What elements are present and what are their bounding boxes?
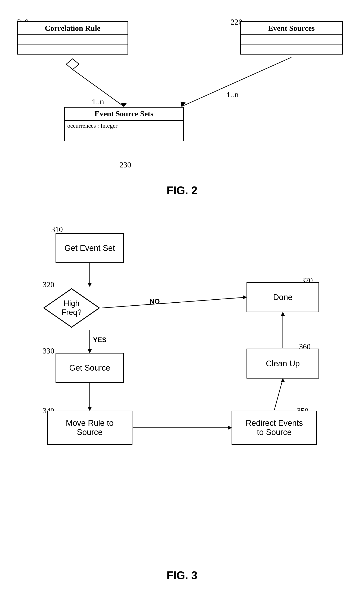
ref-310: 310 <box>51 225 63 234</box>
fig3-connections: YES NO <box>0 214 364 588</box>
ref-230: 230 <box>120 160 131 169</box>
svg-marker-0 <box>44 289 99 327</box>
event-sources-row1 <box>241 35 342 44</box>
clean-up-box: Clean Up <box>247 349 319 379</box>
no-label: NO <box>150 298 160 305</box>
move-rule-label: Move Rule toSource <box>66 419 114 437</box>
get-source-box: Get Source <box>55 353 124 383</box>
redirect-events-box: Redirect Eventsto Source <box>232 411 317 445</box>
diamond-indicator <box>66 59 79 69</box>
correlation-rule-box: Correlation Rule <box>17 21 128 55</box>
high-freq-diamond: HighFreq? <box>42 287 102 329</box>
svg-line-11 <box>274 379 283 410</box>
event-sources-row2 <box>241 44 342 54</box>
fig3-section: 310 320 330 340 350 360 370 Get Event Se… <box>0 214 364 588</box>
svg-marker-10 <box>228 426 232 430</box>
get-event-set-box: Get Event Set <box>55 233 124 263</box>
move-rule-box: Move Rule toSource <box>47 411 132 445</box>
event-sources-box: Event Sources <box>240 21 343 55</box>
correlation-rule-row2 <box>18 44 128 54</box>
line-es-to-ess <box>182 57 291 107</box>
done-box: Done <box>247 282 319 312</box>
redirect-events-label: Redirect Eventsto Source <box>246 419 303 437</box>
clean-up-label: Clean Up <box>266 359 300 368</box>
svg-line-5 <box>102 297 246 308</box>
event-source-sets-header: Event Source Sets <box>65 108 183 121</box>
correlation-rule-header: Correlation Rule <box>18 22 128 35</box>
done-label: Done <box>273 293 293 302</box>
get-event-set-label: Get Event Set <box>65 244 115 253</box>
fig3-title: FIG. 3 <box>167 569 197 582</box>
fig2-section: 210 220 230 Correlation Rule Event Sourc… <box>0 9 364 201</box>
arrowhead-cr-ess <box>121 103 127 107</box>
multiplicity-label-1n-left: 1..n <box>92 98 104 106</box>
fig2-title: FIG. 2 <box>167 184 197 197</box>
svg-marker-2 <box>88 283 92 287</box>
page: 210 220 230 Correlation Rule Event Sourc… <box>0 0 364 605</box>
ref-330: 330 <box>43 346 54 356</box>
arrowhead-es-ess <box>181 102 186 107</box>
svg-marker-6 <box>243 295 247 299</box>
correlation-rule-row1 <box>18 35 128 44</box>
event-source-sets-row2 <box>65 131 183 141</box>
yes-label: YES <box>93 336 107 344</box>
get-source-label: Get Source <box>69 363 110 372</box>
event-source-sets-box: Event Source Sets occurrences : Integer <box>64 107 184 141</box>
svg-marker-12 <box>281 378 285 382</box>
svg-marker-4 <box>88 349 92 353</box>
svg-marker-8 <box>88 407 92 411</box>
multiplicity-label-1n-right: 1..n <box>226 91 239 99</box>
svg-marker-14 <box>281 312 285 316</box>
event-source-sets-row1: occurrences : Integer <box>65 121 183 131</box>
line-cr-to-ess <box>73 69 124 107</box>
event-sources-header: Event Sources <box>241 22 342 35</box>
